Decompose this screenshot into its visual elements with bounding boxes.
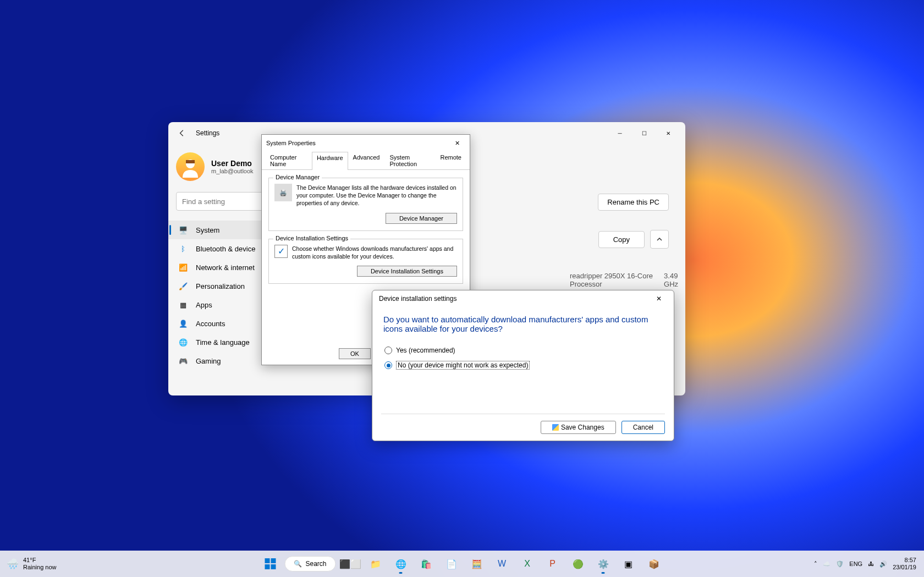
- explorer-icon[interactable]: 📁: [365, 553, 387, 575]
- weather-desc: Raining now: [23, 564, 57, 571]
- word-icon[interactable]: W: [491, 553, 513, 575]
- system-icon: 🖥️: [178, 225, 188, 235]
- tab-remote[interactable]: Remote: [435, 151, 466, 169]
- devinstall-prompt: Do you want to automatically download ma…: [372, 307, 674, 338]
- user-email: m_lab@outlook: [211, 168, 254, 174]
- user-name: User Demo: [211, 159, 254, 168]
- security-icon[interactable]: 🛡️: [836, 560, 844, 568]
- radio-yes-label: Yes (recommended): [396, 347, 455, 354]
- chevron-up-icon[interactable]: ˄: [814, 560, 817, 568]
- gamepad-icon: 🎮: [178, 356, 188, 366]
- sysprop-close-button[interactable]: ✕: [449, 137, 465, 149]
- copy-button[interactable]: Copy: [598, 231, 645, 248]
- person-icon: 👤: [178, 318, 188, 328]
- maximize-button[interactable]: ☐: [632, 125, 656, 141]
- task-view-button[interactable]: ⬛⬜: [339, 553, 361, 575]
- onedrive-icon[interactable]: ☁️: [823, 560, 831, 568]
- radio-icon: [384, 347, 392, 354]
- devinstall-title-text: Device installation settings: [379, 295, 457, 303]
- dm-description: The Device Manager lists all the hardwar…: [296, 184, 457, 207]
- devinstall-titlebar: Device installation settings ✕: [372, 290, 674, 307]
- clock-time: 8:57: [893, 557, 916, 564]
- start-button[interactable]: [259, 553, 281, 575]
- bluetooth-icon: ᛒ: [178, 244, 188, 254]
- cpu-info: readripper 2950X 16-Core Processor 3.49 …: [570, 272, 685, 288]
- volume-icon[interactable]: 🔊: [879, 560, 887, 568]
- notepad-icon[interactable]: 📄: [441, 553, 463, 575]
- terminal-icon[interactable]: ▣: [618, 553, 640, 575]
- nav-label: Accounts: [196, 320, 225, 328]
- calculator-icon[interactable]: 🧮: [466, 553, 488, 575]
- app-icon[interactable]: 📦: [643, 553, 665, 575]
- tab-system-protection[interactable]: System Protection: [385, 151, 436, 169]
- brush-icon: 🖌️: [178, 281, 188, 291]
- settings-icon[interactable]: ⚙️: [592, 553, 614, 575]
- rename-pc-button[interactable]: Rename this PC: [598, 194, 669, 211]
- sysprop-title-text: System Properties: [266, 140, 316, 146]
- weather-temp: 41°F: [23, 557, 57, 564]
- cpu-name: readripper 2950X 16-Core Processor: [570, 272, 653, 288]
- radio-icon: [384, 361, 392, 369]
- weather-icon: 🌧️: [7, 558, 19, 570]
- collapse-button[interactable]: [650, 230, 669, 249]
- apps-icon: ▦: [178, 300, 188, 310]
- nav-label: Gaming: [196, 357, 221, 365]
- radio-no-label: No (your device might not work as expect…: [396, 361, 530, 370]
- svg-rect-1: [186, 160, 195, 163]
- excel-icon[interactable]: X: [516, 553, 538, 575]
- cpu-ghz: 3.49 GHz: [664, 272, 685, 288]
- wifi-icon: 📶: [178, 262, 188, 272]
- nav-label: System: [196, 226, 219, 234]
- nav-label: Bluetooth & device: [196, 245, 255, 253]
- nav-label: Network & internet: [196, 263, 255, 272]
- cancel-button[interactable]: Cancel: [622, 421, 665, 434]
- radio-no[interactable]: No (your device might not work as expect…: [384, 358, 662, 373]
- powerpoint-icon[interactable]: P: [542, 553, 564, 575]
- device-install-settings-button[interactable]: Device Installation Settings: [357, 266, 457, 277]
- nav-label: Time & language: [196, 338, 250, 347]
- device-manager-button[interactable]: Device Manager: [386, 213, 457, 224]
- device-icon: 🖨️: [274, 184, 292, 201]
- globe-icon: 🌐: [178, 337, 188, 347]
- dm-legend: Device Manager: [273, 174, 322, 180]
- lang-indicator[interactable]: ENG: [849, 560, 862, 567]
- minimize-button[interactable]: ─: [608, 125, 631, 141]
- check-icon: ✓: [274, 245, 288, 258]
- chrome-icon[interactable]: 🟢: [567, 553, 589, 575]
- device-install-group: Device Installation Settings ✓ Choose wh…: [268, 239, 463, 284]
- taskbar-clock[interactable]: 8:57 23/01/19: [893, 557, 916, 571]
- system-tray[interactable]: ˄ ☁️ 🛡️ ENG 🖧 🔊: [814, 560, 887, 568]
- dis-legend: Device Installation Settings: [273, 235, 350, 241]
- weather-widget[interactable]: 🌧️ 41°F Raining now: [0, 557, 110, 571]
- shield-icon: [552, 424, 559, 431]
- ok-button[interactable]: OK: [339, 348, 371, 359]
- devinstall-close-button[interactable]: ✕: [651, 293, 667, 305]
- device-manager-group: Device Manager 🖨️ The Device Manager lis…: [268, 178, 463, 231]
- radio-yes[interactable]: Yes (recommended): [384, 343, 662, 358]
- settings-title: Settings: [196, 129, 219, 137]
- search-label: Search: [305, 560, 326, 568]
- nav-label: Personalization: [196, 282, 245, 290]
- search-icon: 🔍: [294, 560, 302, 568]
- user-avatar: [176, 152, 205, 181]
- tab-advanced[interactable]: Advanced: [348, 151, 385, 169]
- dis-description: Choose whether Windows downloads manufac…: [292, 245, 457, 260]
- sysprop-tabs: Computer Name Hardware Advanced System P…: [262, 151, 470, 170]
- close-button[interactable]: ✕: [657, 125, 680, 141]
- nav-label: Apps: [196, 301, 212, 309]
- sysprop-titlebar: System Properties ✕: [262, 135, 470, 151]
- clock-date: 23/01/19: [893, 564, 916, 571]
- device-install-dialog: Device installation settings ✕ Do you wa…: [372, 290, 674, 441]
- store-icon[interactable]: 🛍️: [415, 553, 437, 575]
- tab-hardware[interactable]: Hardware: [312, 152, 348, 170]
- taskbar-search[interactable]: 🔍Search: [284, 556, 336, 571]
- edge-icon[interactable]: 🌐: [390, 553, 412, 575]
- taskbar: 🌧️ 41°F Raining now 🔍Search ⬛⬜ 📁 🌐 🛍️ 📄 …: [0, 551, 924, 577]
- save-label: Save Changes: [561, 424, 604, 431]
- tab-computer-name[interactable]: Computer Name: [265, 151, 312, 169]
- back-button[interactable]: [174, 125, 190, 141]
- save-changes-button[interactable]: Save Changes: [541, 421, 616, 434]
- network-icon[interactable]: 🖧: [868, 560, 874, 567]
